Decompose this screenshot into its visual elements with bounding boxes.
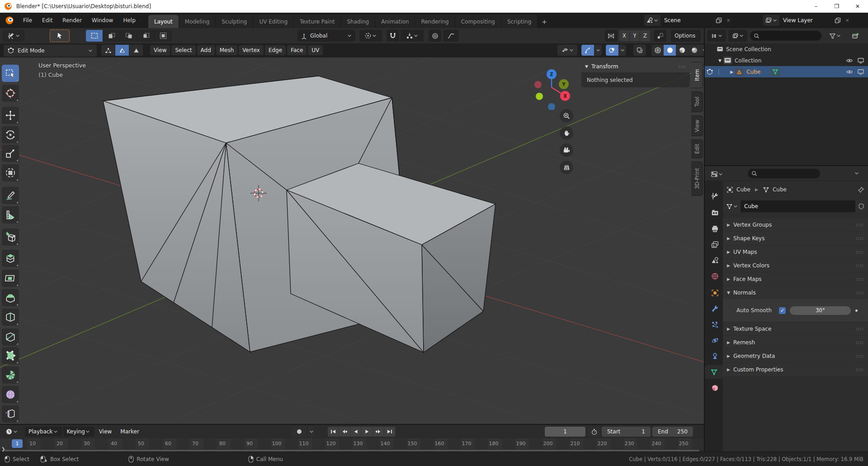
viewport-menu-mesh[interactable]: Mesh [216,45,238,55]
close-button[interactable]: ✕ [847,0,868,13]
drag-dots-icon[interactable]: :::: [856,353,864,358]
menu-help[interactable]: Help [118,15,140,25]
eye-icon[interactable] [846,68,853,76]
timeline-menu-playback[interactable]: Playback [25,427,62,437]
pivot-point-dropdown[interactable] [359,30,382,42]
section-vertex-colors[interactable]: ▶Vertex Colors:::: [723,259,868,272]
workspace-tab-shading[interactable]: Shading [341,15,375,28]
mode-dropdown[interactable]: Edit Mode [4,45,97,57]
properties-tab-world[interactable] [707,269,723,283]
camera-view-button[interactable] [560,143,573,157]
options-dropdown[interactable]: Options [671,30,701,42]
screen-visibility-icon[interactable] [857,68,864,76]
drag-dots-icon[interactable]: :::: [856,340,864,345]
tool-scale-button[interactable] [2,145,19,162]
sidebar-tab-view[interactable]: View [691,115,703,136]
edge-mode-button[interactable] [115,45,129,56]
overlays-toggle[interactable] [606,45,618,56]
tool-rotate-button[interactable] [2,126,19,143]
frame-end-field[interactable]: End 250 [652,427,693,437]
properties-tab-tool[interactable] [707,189,723,203]
tool-poly-build-button[interactable] [2,347,19,364]
tool-smooth-button[interactable] [2,386,19,403]
section-uv-maps[interactable]: ▶UV Maps:::: [723,245,868,258]
auto-keying-toggle[interactable] [292,426,307,437]
properties-tab-particles[interactable] [707,318,723,331]
section-shape-keys[interactable]: ▶Shape Keys:::: [723,232,868,245]
outliner-filter-id-dropdown[interactable] [728,30,747,42]
mirror-axis-z[interactable]: Z [640,30,651,41]
keying-dropdown[interactable] [307,426,315,437]
auto-smooth-angle-slider[interactable]: 30° [790,306,851,315]
select-mode-subtract[interactable] [120,30,137,42]
properties-search-input[interactable] [748,169,820,178]
menu-edit[interactable]: Edit [37,15,57,25]
properties-options-chevron-icon[interactable] [854,171,859,176]
sidebar-tab-tool[interactable]: Tool [691,91,703,112]
auto-smooth-checkbox[interactable]: ✓ [779,307,786,314]
view-layer-remove-button[interactable]: ✕ [843,15,852,26]
outliner-display-mode-dropdown[interactable] [707,30,726,42]
properties-tab-modifiers[interactable] [707,302,723,315]
navigation-gizmo[interactable]: Z Y X [533,63,574,110]
eye-icon[interactable] [846,57,853,64]
current-frame-field[interactable]: 1 [545,427,585,437]
section-normals[interactable]: ▼Normals:::: [723,286,868,299]
workspace-tab-modeling[interactable]: Modeling [179,15,216,28]
show-gizmo-visibility-dropdown[interactable] [557,45,577,56]
view-layer-new-button[interactable] [833,15,843,26]
maximize-button[interactable]: ❐ [826,0,847,13]
tool-measure-button[interactable] [2,206,19,223]
section-custom-properties[interactable]: ▶Custom Properties:::: [723,363,868,376]
wireframe-shading-button[interactable] [651,45,664,56]
drag-dots-icon[interactable]: :::: [856,367,864,372]
jump-start-button[interactable] [328,427,339,437]
animate-dot[interactable] [855,309,858,312]
viewport-menu-face[interactable]: Face [287,45,307,55]
tool-extrude-region-button[interactable] [2,250,19,267]
select-mode-intersect[interactable] [155,30,172,42]
fake-user-button[interactable] [855,200,867,212]
properties-tab-constraints[interactable] [707,349,723,363]
current-frame-marker[interactable]: 1 [12,439,23,448]
transform-panel-header[interactable]: ▼ Transform :::: [581,60,690,72]
material-shading-button[interactable] [676,45,688,56]
workspace-tab-layout[interactable]: Layout [148,15,179,28]
drag-dots-icon[interactable]: :::: [856,236,864,241]
viewport-menu-add[interactable]: Add [197,45,215,55]
use-preview-range-toggle[interactable] [588,427,600,437]
drag-dots-icon[interactable]: :::: [856,263,864,268]
pan-button[interactable] [560,126,573,140]
viewport-menu-select[interactable]: Select [171,45,195,55]
viewport-menu-uv[interactable]: UV [308,45,323,55]
tool-add-cube-button[interactable] [2,228,19,246]
workspace-tab-scripting[interactable]: Scripting [501,15,538,28]
new-collection-button[interactable] [849,30,862,42]
snap-toggle[interactable] [387,30,399,42]
section-remesh[interactable]: ▶Remesh:::: [723,336,868,349]
mesh-browse-button[interactable] [724,200,741,212]
timeline-ruler[interactable]: 1 10203040506070809010011012013014015016… [0,438,704,449]
breadcrumb-data[interactable]: Cube [773,186,787,193]
properties-tab-render[interactable] [707,206,723,219]
drag-dots-icon[interactable]: :::: [856,290,864,295]
screen-visibility-icon[interactable] [857,57,864,64]
drag-dots-icon[interactable]: :::: [856,222,864,227]
workspace-tab-sculpting[interactable]: Sculpting [216,15,253,28]
frame-start-field[interactable]: Start 1 [602,427,651,437]
workspace-tab-compositing[interactable]: Compositing [455,15,501,28]
viewport-menu-edge[interactable]: Edge [265,45,286,55]
play-button[interactable] [362,427,373,437]
proportional-editing-toggle[interactable] [429,30,441,42]
face-mode-button[interactable] [129,45,143,56]
menu-render[interactable]: Render [57,15,87,25]
properties-tab-physics[interactable] [707,333,723,347]
play-reverse-button[interactable] [350,427,362,437]
properties-editor-type-button[interactable] [707,168,727,180]
disclosure-down-icon[interactable]: ▼ [718,58,722,63]
outliner-search-input[interactable] [750,31,821,41]
section-face-maps[interactable]: ▶Face Maps:::: [723,272,868,285]
properties-tab-material[interactable] [707,381,723,395]
sidebar-tab-3d-print[interactable]: 3D-Print [691,162,703,196]
snap-base-toggle[interactable] [654,30,666,42]
